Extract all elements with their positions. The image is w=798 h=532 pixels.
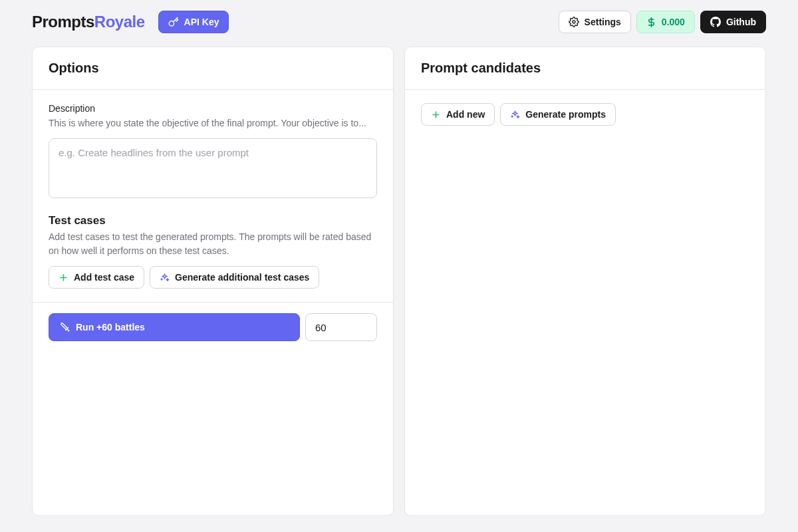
add-new-label: Add new [446, 109, 485, 120]
description-label: Description [49, 103, 377, 114]
testcases-subtext: Add test cases to test the generated pro… [49, 230, 377, 258]
testcase-buttons: Add test case Generate additional test c… [49, 266, 377, 289]
dollar-icon [646, 17, 656, 27]
generate-prompts-label: Generate prompts [525, 109, 606, 120]
logo-text-prompts: Prompts [32, 13, 94, 31]
plus-icon [59, 273, 68, 283]
battles-count-input[interactable] [305, 313, 377, 341]
add-new-button[interactable]: Add new [421, 103, 495, 126]
testcases-heading: Test cases [49, 214, 377, 227]
options-panel: Options Description This is where you st… [32, 47, 394, 516]
plus-icon [431, 110, 441, 120]
candidates-title: Prompt candidates [421, 61, 749, 76]
cost-value: 0.000 [662, 17, 685, 27]
run-battles-label: Run +60 battles [76, 322, 145, 332]
header: PromptsRoyale API Key Settings 0.000 [32, 11, 766, 33]
cost-badge[interactable]: 0.000 [636, 11, 695, 33]
candidates-panel: Prompt candidates Add new Generate pro [404, 47, 766, 516]
description-input[interactable] [49, 138, 377, 198]
header-left: PromptsRoyale API Key [32, 11, 229, 33]
generate-testcases-label: Generate additional test cases [175, 272, 309, 283]
sparkles-icon [510, 110, 520, 120]
key-icon [168, 17, 179, 27]
header-right: Settings 0.000 Github [559, 11, 766, 33]
app-logo: PromptsRoyale [32, 13, 145, 31]
run-battles-button[interactable]: Run +60 battles [49, 313, 300, 341]
generate-prompts-button[interactable]: Generate prompts [500, 103, 616, 126]
github-icon [710, 17, 721, 27]
candidates-panel-header: Prompt candidates [405, 47, 765, 90]
add-testcase-button[interactable]: Add test case [49, 266, 144, 289]
github-button[interactable]: Github [700, 11, 766, 33]
candidates-panel-body: Add new Generate prompts [405, 90, 765, 139]
settings-label: Settings [585, 17, 621, 27]
svg-point-0 [573, 21, 575, 23]
api-key-label: API Key [184, 17, 219, 27]
candidate-buttons: Add new Generate prompts [421, 103, 749, 126]
options-title: Options [49, 61, 377, 76]
logo-text-royale: Royale [94, 13, 145, 31]
add-testcase-label: Add test case [74, 272, 134, 283]
api-key-button[interactable]: API Key [158, 11, 229, 33]
run-section: Run +60 battles [33, 302, 393, 352]
options-panel-header: Options [33, 47, 393, 90]
description-subtext: This is where you state the objective of… [49, 116, 377, 130]
generate-testcases-button[interactable]: Generate additional test cases [150, 266, 319, 289]
gear-icon [569, 17, 579, 27]
svg-line-6 [68, 331, 69, 331]
main-content: Options Description This is where you st… [32, 47, 766, 516]
sparkles-icon [160, 273, 170, 283]
settings-button[interactable]: Settings [559, 11, 631, 33]
options-panel-body: Description This is where you state the … [33, 90, 393, 365]
sword-icon [60, 322, 70, 332]
github-label: Github [726, 17, 756, 27]
